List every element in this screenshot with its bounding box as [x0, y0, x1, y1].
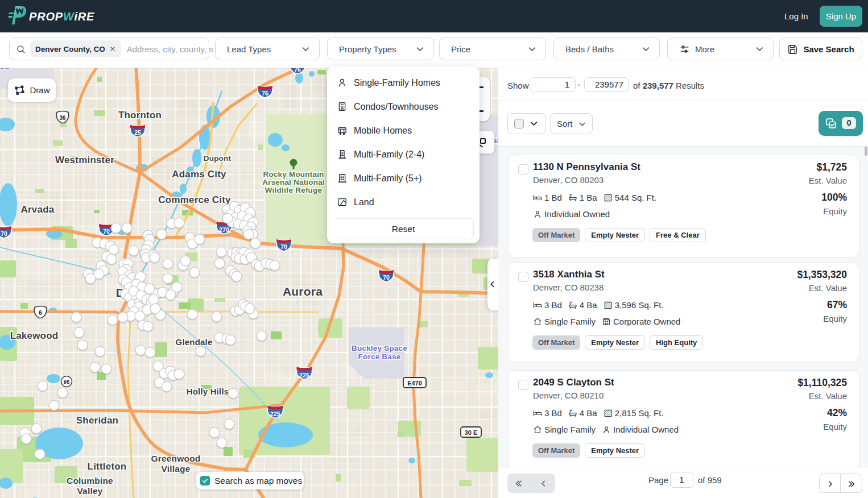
svg-text:Force Base: Force Base: [358, 352, 401, 361]
svg-text:225: 225: [270, 410, 280, 417]
svg-text:E470: E470: [407, 380, 422, 387]
svg-text:270: 270: [219, 226, 229, 233]
svg-text:Holly Hills: Holly Hills: [187, 387, 229, 396]
svg-text:Littleton: Littleton: [88, 461, 127, 472]
svg-text:Glendale: Glendale: [176, 337, 213, 347]
svg-text:6: 6: [39, 310, 42, 316]
svg-text:Buckley Space: Buckley Space: [352, 344, 407, 352]
svg-text:Aurora: Aurora: [283, 285, 323, 298]
svg-text:Thornton: Thornton: [118, 110, 162, 121]
svg-text:Greenwood: Greenwood: [151, 454, 200, 463]
svg-text:Dupont: Dupont: [204, 154, 232, 163]
svg-text:Arsenal National: Arsenal National: [262, 178, 325, 186]
svg-text:Valley: Valley: [77, 486, 102, 496]
svg-text:76: 76: [294, 68, 301, 73]
svg-text:25: 25: [134, 129, 141, 136]
svg-text:76: 76: [262, 90, 268, 97]
svg-text:Commerce City: Commerce City: [158, 194, 231, 205]
svg-text:Columbine: Columbine: [67, 476, 113, 485]
svg-text:Arvada: Arvada: [21, 204, 55, 215]
svg-text:70: 70: [280, 243, 287, 250]
svg-text:Rocky Mountain: Rocky Mountain: [263, 170, 324, 179]
svg-text:Adams City: Adams City: [172, 169, 226, 180]
svg-text:70: 70: [383, 274, 390, 281]
svg-text:UC: UC: [0, 68, 10, 71]
svg-text:30 E: 30 E: [465, 429, 478, 436]
svg-text:Wildlife Refuge: Wildlife Refuge: [265, 186, 323, 194]
svg-text:Westminster: Westminster: [55, 155, 114, 165]
svg-text:70: 70: [103, 228, 110, 235]
svg-text:Village: Village: [161, 464, 190, 474]
svg-text:95: 95: [64, 379, 70, 385]
svg-text:Lakewood: Lakewood: [10, 330, 59, 341]
svg-text:36: 36: [59, 115, 66, 121]
svg-text:70: 70: [1, 230, 7, 237]
svg-text:Sheridan: Sheridan: [76, 415, 118, 426]
svg-text:225: 225: [299, 372, 309, 379]
